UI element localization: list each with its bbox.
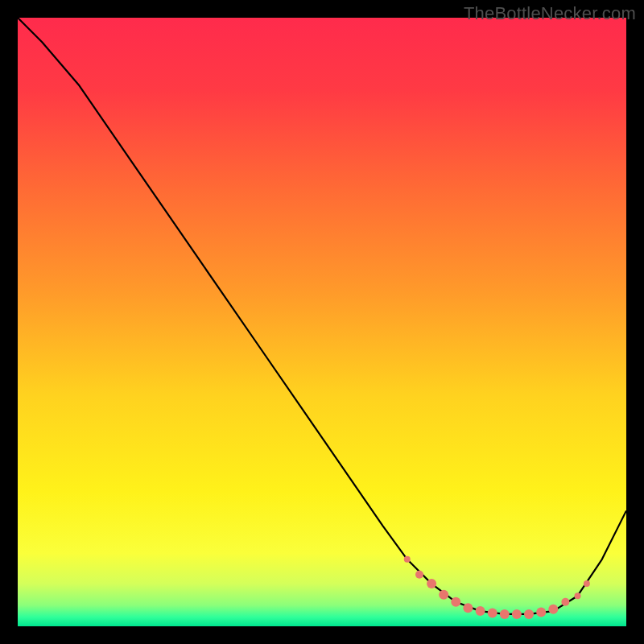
plot-area — [18, 18, 626, 626]
curve-marker — [536, 608, 546, 617]
curve-marker — [575, 592, 581, 599]
curve-marker — [427, 579, 436, 588]
curve-marker — [524, 609, 534, 619]
chart-stage: TheBottleNecker.com — [0, 0, 644, 644]
curve-marker — [415, 571, 423, 579]
watermark-text: TheBottleNecker.com — [464, 3, 636, 24]
curve-marker — [488, 608, 497, 617]
curve-marker — [548, 605, 558, 614]
plot-svg — [18, 18, 626, 626]
curve-marker — [561, 598, 569, 606]
curve-marker — [512, 609, 522, 619]
curve-marker — [584, 580, 590, 587]
curve-marker — [439, 590, 448, 600]
curve-marker — [500, 609, 510, 619]
gradient-background — [18, 18, 626, 626]
curve-marker — [451, 597, 460, 607]
curve-marker — [476, 606, 485, 616]
curve-marker — [404, 556, 411, 563]
curve-marker — [463, 603, 473, 613]
